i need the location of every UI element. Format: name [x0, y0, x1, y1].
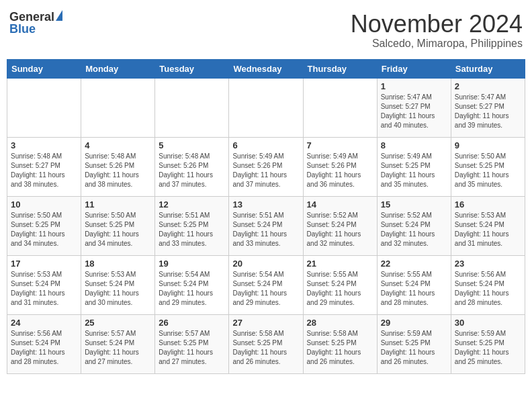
day-number: 9 — [455, 140, 521, 150]
header-monday: Monday — [81, 59, 155, 78]
day-info: Sunrise: 5:53 AM Sunset: 5:24 PM Dayligh… — [85, 270, 151, 308]
day-cell: 25Sunrise: 5:57 AM Sunset: 5:24 PM Dayli… — [81, 314, 155, 373]
day-number: 25 — [85, 318, 151, 328]
day-number: 26 — [159, 318, 225, 328]
day-info: Sunrise: 5:57 AM Sunset: 5:24 PM Dayligh… — [85, 329, 151, 367]
day-cell — [155, 78, 229, 137]
day-cell: 16Sunrise: 5:53 AM Sunset: 5:24 PM Dayli… — [451, 196, 525, 255]
day-cell: 3Sunrise: 5:48 AM Sunset: 5:27 PM Daylig… — [7, 137, 81, 196]
day-number: 16 — [455, 199, 521, 210]
day-info: Sunrise: 5:47 AM Sunset: 5:27 PM Dayligh… — [381, 93, 447, 130]
day-number: 2 — [455, 81, 521, 91]
day-cell — [81, 78, 155, 137]
day-info: Sunrise: 5:50 AM Sunset: 5:25 PM Dayligh… — [11, 211, 77, 248]
header-tuesday: Tuesday — [155, 59, 229, 78]
day-cell: 11Sunrise: 5:50 AM Sunset: 5:25 PM Dayli… — [81, 196, 155, 255]
day-info: Sunrise: 5:52 AM Sunset: 5:24 PM Dayligh… — [307, 211, 373, 248]
day-cell: 21Sunrise: 5:55 AM Sunset: 5:24 PM Dayli… — [303, 255, 377, 314]
day-number: 10 — [11, 199, 77, 210]
day-info: Sunrise: 5:58 AM Sunset: 5:25 PM Dayligh… — [232, 329, 299, 367]
week-row-4: 17Sunrise: 5:53 AM Sunset: 5:24 PM Dayli… — [7, 255, 525, 314]
day-number: 27 — [232, 318, 299, 328]
header-thursday: Thursday — [303, 59, 377, 78]
header-sunday: Sunday — [7, 59, 81, 78]
day-info: Sunrise: 5:48 AM Sunset: 5:27 PM Dayligh… — [11, 152, 77, 189]
header-wednesday: Wednesday — [229, 59, 303, 78]
day-cell — [229, 78, 303, 137]
day-number: 19 — [159, 259, 225, 269]
day-cell: 18Sunrise: 5:53 AM Sunset: 5:24 PM Dayli… — [81, 255, 155, 314]
day-info: Sunrise: 5:58 AM Sunset: 5:25 PM Dayligh… — [307, 329, 373, 367]
day-cell: 7Sunrise: 5:49 AM Sunset: 5:26 PM Daylig… — [303, 137, 377, 196]
day-number: 14 — [307, 199, 373, 210]
title-block: November 2024 Salcedo, Mimaropa, Philipp… — [351, 11, 523, 50]
week-row-5: 24Sunrise: 5:56 AM Sunset: 5:24 PM Dayli… — [7, 314, 525, 373]
day-number: 6 — [232, 140, 299, 150]
page-header: General Blue November 2024 Salcedo, Mima… — [7, 7, 525, 54]
day-cell: 30Sunrise: 5:59 AM Sunset: 5:25 PM Dayli… — [451, 314, 525, 373]
day-number: 12 — [159, 199, 225, 210]
day-info: Sunrise: 5:49 AM Sunset: 5:26 PM Dayligh… — [232, 152, 299, 189]
day-cell: 27Sunrise: 5:58 AM Sunset: 5:25 PM Dayli… — [229, 314, 303, 373]
day-cell: 10Sunrise: 5:50 AM Sunset: 5:25 PM Dayli… — [7, 196, 81, 255]
day-info: Sunrise: 5:50 AM Sunset: 5:25 PM Dayligh… — [85, 211, 151, 248]
day-number: 4 — [85, 140, 151, 150]
day-cell: 9Sunrise: 5:50 AM Sunset: 5:25 PM Daylig… — [451, 137, 525, 196]
day-cell: 8Sunrise: 5:49 AM Sunset: 5:25 PM Daylig… — [377, 137, 451, 196]
logo: General Blue — [9, 11, 62, 35]
day-info: Sunrise: 5:55 AM Sunset: 5:24 PM Dayligh… — [307, 270, 373, 308]
day-info: Sunrise: 5:49 AM Sunset: 5:26 PM Dayligh… — [307, 152, 373, 189]
day-number: 24 — [11, 318, 77, 328]
day-cell: 1Sunrise: 5:47 AM Sunset: 5:27 PM Daylig… — [377, 78, 451, 137]
header-friday: Friday — [377, 59, 451, 78]
day-info: Sunrise: 5:55 AM Sunset: 5:24 PM Dayligh… — [381, 270, 447, 308]
day-number: 13 — [232, 199, 299, 210]
day-info: Sunrise: 5:49 AM Sunset: 5:25 PM Dayligh… — [381, 152, 447, 189]
day-info: Sunrise: 5:50 AM Sunset: 5:25 PM Dayligh… — [455, 152, 521, 189]
day-info: Sunrise: 5:48 AM Sunset: 5:26 PM Dayligh… — [85, 152, 151, 189]
day-cell: 5Sunrise: 5:48 AM Sunset: 5:26 PM Daylig… — [155, 137, 229, 196]
day-cell: 13Sunrise: 5:51 AM Sunset: 5:24 PM Dayli… — [229, 196, 303, 255]
day-number: 11 — [85, 199, 151, 210]
day-info: Sunrise: 5:59 AM Sunset: 5:25 PM Dayligh… — [381, 329, 447, 367]
day-cell: 4Sunrise: 5:48 AM Sunset: 5:26 PM Daylig… — [81, 137, 155, 196]
logo-blue-text: Blue — [9, 23, 36, 35]
day-number: 3 — [11, 140, 77, 150]
day-info: Sunrise: 5:51 AM Sunset: 5:24 PM Dayligh… — [232, 211, 299, 248]
logo-triangle-icon — [56, 10, 62, 21]
day-number: 18 — [85, 259, 151, 269]
day-cell: 15Sunrise: 5:52 AM Sunset: 5:24 PM Dayli… — [377, 196, 451, 255]
day-number: 17 — [11, 259, 77, 269]
header-saturday: Saturday — [451, 59, 525, 78]
day-cell: 14Sunrise: 5:52 AM Sunset: 5:24 PM Dayli… — [303, 196, 377, 255]
day-number: 23 — [455, 259, 521, 269]
day-number: 21 — [307, 259, 373, 269]
day-info: Sunrise: 5:54 AM Sunset: 5:24 PM Dayligh… — [232, 270, 299, 308]
calendar-header-row: SundayMondayTuesdayWednesdayThursdayFrid… — [7, 59, 525, 78]
day-info: Sunrise: 5:47 AM Sunset: 5:27 PM Dayligh… — [455, 93, 521, 130]
day-cell: 23Sunrise: 5:56 AM Sunset: 5:24 PM Dayli… — [451, 255, 525, 314]
day-info: Sunrise: 5:56 AM Sunset: 5:24 PM Dayligh… — [455, 270, 521, 308]
day-cell: 26Sunrise: 5:57 AM Sunset: 5:25 PM Dayli… — [155, 314, 229, 373]
logo-general-text: General — [9, 11, 54, 23]
day-info: Sunrise: 5:51 AM Sunset: 5:25 PM Dayligh… — [159, 211, 225, 248]
day-cell — [303, 78, 377, 137]
day-info: Sunrise: 5:53 AM Sunset: 5:24 PM Dayligh… — [455, 211, 521, 248]
day-cell: 2Sunrise: 5:47 AM Sunset: 5:27 PM Daylig… — [451, 78, 525, 137]
day-cell: 22Sunrise: 5:55 AM Sunset: 5:24 PM Dayli… — [377, 255, 451, 314]
day-number: 7 — [307, 140, 373, 150]
day-number: 29 — [381, 318, 447, 328]
day-cell: 17Sunrise: 5:53 AM Sunset: 5:24 PM Dayli… — [7, 255, 81, 314]
day-cell: 19Sunrise: 5:54 AM Sunset: 5:24 PM Dayli… — [155, 255, 229, 314]
day-cell: 6Sunrise: 5:49 AM Sunset: 5:26 PM Daylig… — [229, 137, 303, 196]
day-number: 8 — [381, 140, 447, 150]
day-number: 1 — [381, 81, 447, 91]
day-cell: 29Sunrise: 5:59 AM Sunset: 5:25 PM Dayli… — [377, 314, 451, 373]
day-cell: 12Sunrise: 5:51 AM Sunset: 5:25 PM Dayli… — [155, 196, 229, 255]
day-info: Sunrise: 5:52 AM Sunset: 5:24 PM Dayligh… — [381, 211, 447, 248]
day-cell: 24Sunrise: 5:56 AM Sunset: 5:24 PM Dayli… — [7, 314, 81, 373]
day-info: Sunrise: 5:59 AM Sunset: 5:25 PM Dayligh… — [455, 329, 521, 367]
day-info: Sunrise: 5:56 AM Sunset: 5:24 PM Dayligh… — [11, 329, 77, 367]
day-number: 20 — [232, 259, 299, 269]
week-row-1: 1Sunrise: 5:47 AM Sunset: 5:27 PM Daylig… — [7, 78, 525, 137]
